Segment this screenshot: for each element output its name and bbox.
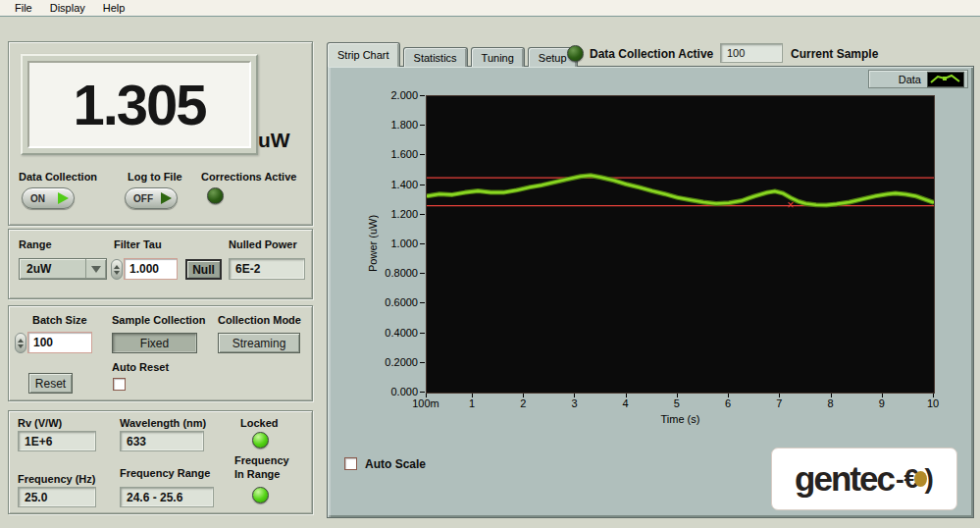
chevron-down-icon (91, 266, 101, 273)
logo-paren: ) (925, 463, 934, 495)
frequency-range-label: Frequency Range (120, 467, 210, 479)
batch-size-field[interactable]: 100 (27, 332, 92, 353)
corrections-active-led (207, 187, 224, 204)
menu-help[interactable]: Help (94, 1, 134, 15)
y-axis-tick-label: 1.800 (359, 119, 418, 131)
reset-button[interactable]: Reset (28, 373, 73, 394)
menu-display[interactable]: Display (41, 1, 94, 15)
reset-button-label: Reset (35, 377, 66, 391)
y-axis-tick-label: 0.000 (359, 386, 418, 397)
sample-collection-button[interactable]: Fixed (112, 333, 197, 353)
y-axis-tick-mark (420, 214, 425, 215)
current-sample-value: 100 (727, 47, 745, 59)
y-axis-tick-label: 1.600 (359, 148, 418, 160)
current-sample-indicator: 100 (720, 43, 783, 63)
y-axis-tick-mark (420, 154, 425, 155)
menu-file[interactable]: File (6, 1, 41, 15)
y-axis-tick-label: 0.8000 (359, 267, 418, 279)
data-collection-active-label: Data Collection Active (590, 47, 713, 61)
auto-reset-label: Auto Reset (112, 361, 169, 373)
data-collection-toggle[interactable]: ON (22, 187, 75, 209)
batch-panel: Batch Size Sample Collection Collection … (8, 305, 313, 401)
data-collection-active-led (567, 45, 584, 62)
frequency-indicator: 25.0 (18, 487, 96, 507)
data-collection-label: Data Collection (19, 171, 97, 183)
x-axis-tick-mark (728, 394, 729, 397)
collection-mode-button[interactable]: Streaming (218, 333, 300, 353)
batch-size-stepper[interactable] (15, 333, 26, 353)
sensor-panel: Rv (V/W) Wavelength (nm) Locked 1E+6 633… (8, 410, 313, 514)
filter-tau-stepper[interactable] (111, 259, 123, 280)
filter-tau-value: 1.000 (129, 262, 159, 276)
tab-statistics[interactable]: Statistics (403, 47, 468, 67)
x-axis-title: Time (s) (426, 413, 935, 425)
batch-size-label: Batch Size (32, 314, 87, 326)
y-axis-tick-label: 0.2000 (359, 356, 418, 368)
tab-strip-chart[interactable]: Strip Chart (327, 42, 400, 67)
log-to-file-state: OFF (133, 193, 158, 204)
y-axis-tick-mark (420, 362, 425, 363)
rv-label: Rv (V/W) (18, 417, 62, 429)
frequency-label: Frequency (Hz) (18, 473, 95, 485)
strip-chart-page: Data Power (uW) 2.0001.8001.6001.4001.20… (327, 66, 974, 518)
null-button-label: Null (192, 263, 215, 277)
nulled-power-indicator: 6E-2 (229, 258, 305, 280)
spinner-down-icon (18, 344, 24, 348)
auto-reset-checkbox[interactable] (113, 378, 126, 391)
x-axis-tick-label: 8 (811, 397, 851, 409)
x-axis-tick-label: 3 (554, 397, 593, 409)
batch-size-value: 100 (33, 336, 53, 349)
chart-canvas: × (427, 96, 934, 393)
spinner-down-icon (114, 271, 120, 275)
x-axis-tick-label: 10 (913, 397, 953, 409)
y-axis-tick-mark (420, 243, 425, 244)
x-axis-tick-mark (779, 394, 780, 397)
sample-collection-label: Sample Collection (112, 314, 205, 326)
y-axis-tick-label: 1.000 (359, 238, 418, 249)
x-axis-tick-mark (574, 394, 575, 397)
tab-tuning[interactable]: Tuning (471, 47, 525, 67)
range-value: 2uW (20, 262, 85, 276)
locked-label: Locked (240, 417, 279, 429)
chart-legend[interactable]: Data (868, 70, 968, 88)
nulled-power-label: Nulled Power (229, 238, 297, 250)
auto-scale-checkbox[interactable] (344, 457, 357, 470)
frequency-in-range-label-1: Frequency (234, 454, 289, 466)
dropdown-arrow-button[interactable] (85, 259, 106, 279)
range-label: Range (19, 238, 52, 250)
y-axis-tick-mark (420, 273, 425, 274)
range-select[interactable]: 2uW (19, 258, 107, 280)
frequency-range-value: 24.6 - 25.6 (127, 491, 182, 504)
log-to-file-toggle[interactable]: OFF (125, 187, 178, 209)
filter-tau-field[interactable]: 1.000 (124, 258, 178, 280)
menu-bar: FileDisplayHelp (0, 0, 980, 17)
range-panel: Range Filter Tau Nulled Power 2uW 1.000 … (8, 229, 313, 299)
frequency-value: 25.0 (25, 491, 47, 504)
display-panel: 1.305 uW Data Collection Log to File Cor… (8, 41, 313, 226)
x-axis-tick-label: 4 (606, 397, 645, 409)
legend-label: Data (899, 74, 921, 85)
y-axis-tick-label: 1.200 (359, 208, 418, 220)
power-unit: uW (258, 129, 290, 152)
logo-dash: - (896, 464, 904, 495)
y-axis-tick-mark (420, 392, 425, 393)
power-display: 1.305 (27, 61, 251, 148)
filter-tau-label: Filter Tau (114, 238, 162, 250)
app-window: FileDisplayHelp 1.305 uW Data Collection… (0, 0, 980, 528)
x-axis-tick-mark (933, 394, 934, 397)
y-axis-tick-label: 0.4000 (359, 327, 418, 339)
y-axis-tick-label: 0.6000 (359, 296, 418, 308)
collection-mode-value: Streaming (232, 337, 286, 350)
y-axis-tick-mark (420, 95, 425, 96)
corrections-active-label: Corrections Active (201, 171, 296, 183)
locked-led (252, 432, 269, 449)
y-axis-tick-label: 2.000 (359, 89, 418, 101)
wavelength-label: Wavelength (nm) (120, 417, 206, 429)
x-axis-tick-label: 100m (406, 397, 445, 409)
x-axis-tick-mark (426, 394, 427, 397)
null-button[interactable]: Null (185, 259, 222, 280)
cursor-marker-icon[interactable]: × (787, 198, 794, 212)
on-arrow-icon (58, 192, 69, 204)
y-axis-tick-mark (420, 333, 425, 334)
power-value: 1.305 (73, 72, 205, 137)
